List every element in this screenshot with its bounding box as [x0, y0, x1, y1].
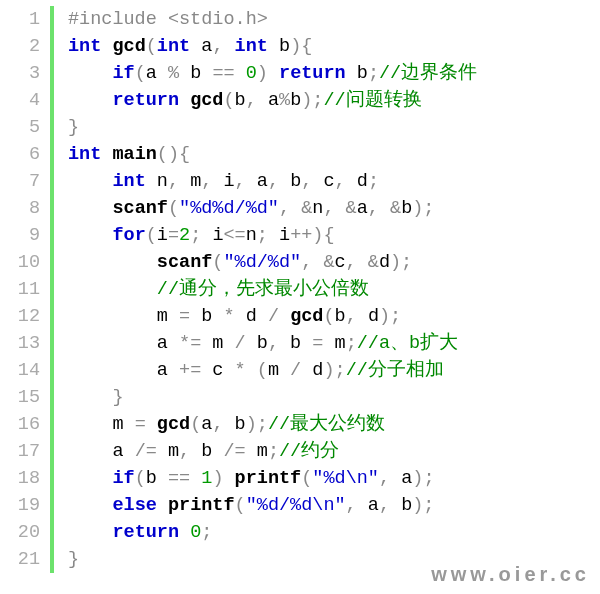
line-number: 7 [0, 168, 40, 195]
token-kw: return [112, 522, 179, 543]
token-id: m [257, 441, 268, 462]
token-id [68, 522, 112, 543]
line-number: 11 [0, 276, 40, 303]
token-id: b [268, 36, 290, 57]
code-line: scanf("%d%d/%d", &n, &a, &b); [68, 195, 477, 222]
token-op: ; [201, 522, 212, 543]
code-line: if(b == 1) printf("%d\n", a); [68, 465, 477, 492]
token-str: "%d/%d\n" [246, 495, 346, 516]
token-op: ( [135, 63, 146, 84]
token-op: , & [279, 198, 312, 219]
token-op: / [290, 360, 312, 381]
token-id: i [279, 225, 290, 246]
code-line: m = b * d / gcd(b, d); [68, 303, 477, 330]
token-fn: gcd [157, 414, 190, 435]
token-id: a [368, 495, 379, 516]
token-op: ; [190, 225, 212, 246]
token-id: d [368, 306, 379, 327]
token-id: a [68, 333, 179, 354]
token-op: , [212, 36, 234, 57]
token-kw: int [235, 36, 268, 57]
token-op: /= [223, 441, 256, 462]
code-line: return gcd(b, a%b);//问题转换 [68, 87, 477, 114]
token-op: , [246, 90, 268, 111]
token-op: , & [301, 252, 334, 273]
token-id: c [212, 360, 234, 381]
token-id: b [235, 414, 246, 435]
line-number: 2 [0, 33, 40, 60]
token-id: m [190, 171, 201, 192]
token-id [101, 144, 112, 165]
token-op: ( [223, 90, 234, 111]
code-line: a += c * (m / d);//分子相加 [68, 357, 477, 384]
token-id [68, 198, 112, 219]
code-line: } [68, 114, 477, 141]
code-line: scanf("%d/%d", &c, &d); [68, 249, 477, 276]
token-id [179, 90, 190, 111]
token-op: , [212, 414, 234, 435]
token-id: d [357, 171, 368, 192]
token-num: 1 [201, 468, 212, 489]
token-op: = [135, 414, 157, 435]
line-number: 15 [0, 384, 40, 411]
token-id: i [157, 225, 168, 246]
token-id [179, 522, 190, 543]
code-line: if(a % b == 0) return b;//边界条件 [68, 60, 477, 87]
token-op: % [168, 63, 190, 84]
line-number-gutter: 123456789101112131415161718192021 [0, 6, 50, 573]
token-op: <= [224, 225, 246, 246]
code-line: } [68, 546, 477, 573]
token-op: , & [368, 198, 401, 219]
token-id: n [312, 198, 323, 219]
token-op: = [179, 306, 201, 327]
token-id [68, 468, 112, 489]
token-op: , [168, 171, 190, 192]
token-op: ; [257, 225, 279, 246]
token-id: b [290, 333, 312, 354]
token-op: ( [146, 36, 157, 57]
token-op: / [235, 333, 257, 354]
token-id: n [246, 225, 257, 246]
token-op: , [346, 495, 368, 516]
line-number: 10 [0, 249, 40, 276]
gutter-bar [50, 6, 54, 573]
line-number: 9 [0, 222, 40, 249]
token-op: ); [246, 414, 268, 435]
line-number: 1 [0, 6, 40, 33]
token-op: ( [212, 252, 223, 273]
token-id [68, 495, 112, 516]
token-op: , [268, 171, 290, 192]
token-fn: gcd [112, 36, 145, 57]
token-op: ); [379, 306, 401, 327]
code-content: #include <stdio.h>int gcd(int a, int b){… [68, 6, 477, 573]
token-id: b [201, 441, 223, 462]
token-op: == [168, 468, 201, 489]
token-op: = [168, 225, 179, 246]
token-id: a [268, 90, 279, 111]
token-id: d [379, 252, 390, 273]
token-id: c [334, 252, 345, 273]
line-number: 16 [0, 411, 40, 438]
token-fn: gcd [190, 90, 223, 111]
token-num: 0 [246, 63, 257, 84]
token-id: a [357, 198, 368, 219]
line-number: 12 [0, 303, 40, 330]
watermark: www.oier.cc [431, 561, 590, 588]
code-line: //通分，先求最小公倍数 [68, 276, 477, 303]
token-op: ( [135, 468, 146, 489]
code-line: int n, m, i, a, b, c, d; [68, 168, 477, 195]
token-kw: int [112, 171, 145, 192]
token-id: m [212, 333, 234, 354]
token-id: a [201, 414, 212, 435]
token-id: b [146, 468, 168, 489]
code-line: return 0; [68, 519, 477, 546]
token-str: "%d/%d" [223, 252, 301, 273]
token-op: ( [146, 225, 157, 246]
token-op: (){ [157, 144, 190, 165]
token-cm: //最大公约数 [268, 414, 385, 435]
token-id [68, 387, 112, 408]
token-op: = [312, 333, 334, 354]
token-op: ( [235, 495, 246, 516]
code-line: a /= m, b /= m;//约分 [68, 438, 477, 465]
token-op: } [68, 117, 79, 138]
